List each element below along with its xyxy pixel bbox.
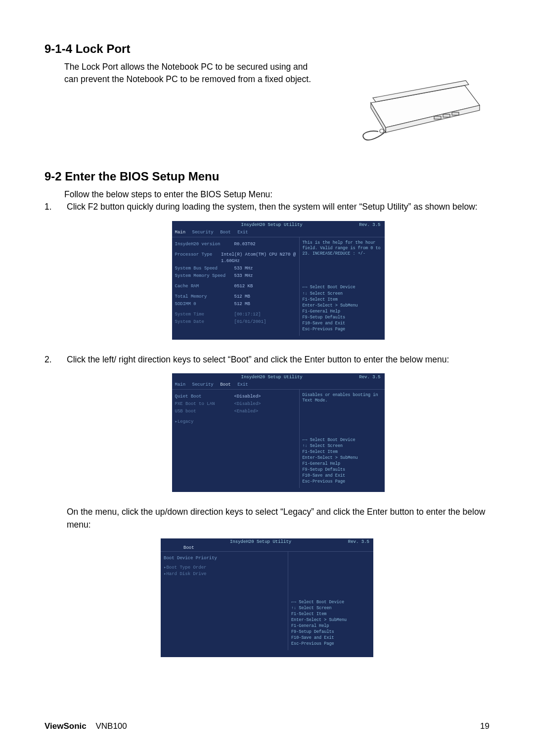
bios-left-panel: InsydeH20 versionR0.03T02 Processor Type… [172,237,299,336]
bios-screenshot-legacy: InsydeH20 Setup Utility Rev. 3.5 Boot Bo… [161,538,373,657]
bios-help-keys: ←→ Select Boot Device ↑↓ Select Screen F… [291,600,370,647]
bios-field-value: <Disabled> [234,394,261,400]
bios-left-panel: Quiet Boot<Disabled> PXE Boot to LAN<Dis… [172,389,299,488]
footer-brand: ViewSonic [44,721,87,731]
bios-field-label: USB boot [175,408,234,415]
bios-help-key: F10-Save and Exit [291,635,370,641]
bios-field-value: 512 MB [234,294,250,300]
bios-tab: Exit [237,230,248,235]
bios-intro: Follow the below steps to enter the BIOS… [44,188,490,201]
step-text: Click the left/ right direction keys to … [67,354,490,366]
bios-screenshot-main: InsydeH20 Setup Utility Rev. 3.5 Main Se… [172,221,385,340]
bios-help-key: ↑↓ Select Screen [291,606,370,611]
bios-tab: Security [192,382,214,387]
bios-screenshot-boot: InsydeH20 Setup Utility Rev. 3.5 Main Se… [172,373,385,492]
document-page: 9-1-4 Lock Port The Lock Port allows the… [0,0,534,756]
bios-rev: Rev. 3.5 [359,222,380,228]
bios-tabs: Main Security Boot Exit [172,228,385,237]
bios-field-value: R0.03T02 [234,241,256,248]
bios-help-key: F1-General Help [291,623,370,629]
bios-field-label: SODIMM 0 [175,301,234,308]
bios-field-label: System Time [175,311,234,318]
lock-port-block: The Lock Port allows the Notebook PC to … [44,61,490,152]
bios-tab: Boot [183,545,194,550]
bios-help-key: ←→ Select Boot Device [303,438,382,443]
bios-help-key: Esc-Previous Page [303,327,382,332]
lock-port-paragraph: The Lock Port allows the Notebook PC to … [44,61,312,86]
bios-rev: Rev. 3.5 [348,539,369,544]
bios-field-value: <Enabled> [234,408,259,415]
bios-help-text: This is the help for the hour field. Val… [303,240,382,257]
svg-rect-2 [452,112,459,115]
bios-field-value: 512 MB [234,301,250,308]
bios-title: InsydeH20 Setup Utility [241,222,303,228]
bios-help-key: Enter-Select > SubMenu [303,455,382,461]
bios-tab: Exit [237,382,248,387]
bios-field-value: 533 MHz [234,266,253,272]
bios-tab: Main [175,230,186,235]
bios-field-value: <Disabled> [234,401,261,407]
bios-field-label: ▸Hard Disk Drive [164,571,223,577]
bios-help-key: ←→ Select Boot Device [291,600,370,605]
footer-model: VNB100 [95,721,127,731]
bios-field-label: Total Memory [175,294,234,300]
legacy-instruction: On the menu, click the up/down direction… [44,506,490,531]
svg-rect-0 [434,116,441,119]
bios-field-label: InsydeH20 version [175,241,234,248]
bios-field-label: System Date [175,319,234,325]
bios-field-label: PXE Boot to LAN [175,401,234,407]
bios-help-panel: ←→ Select Boot Device ↑↓ Select Screen F… [288,551,373,650]
bios-help-key: F1-General Help [303,309,382,314]
bios-help-key: Enter-Select > SubMenu [303,303,382,309]
step-number: 2. [44,354,67,501]
bios-field-value: 0512 KB [234,283,253,290]
step-number: 1. [44,201,67,348]
laptop-lock-illustration [351,58,490,152]
bios-left-panel: Boot Device Priority ▸Boot Type Order ▸H… [161,551,288,650]
bios-field-label: System Bus Speed [175,266,234,272]
bios-field-value: [01/01/2001] [234,319,267,325]
bios-help-key: Esc-Previous Page [291,641,370,647]
bios-title: InsydeH20 Setup Utility [230,539,291,544]
bios-field-label: ▸Boot Type Order [164,565,223,570]
bios-help-key: ↑↓ Select Screen [303,291,382,297]
bios-help-panel: Disables or enables booting in Text Mode… [299,389,385,488]
bios-tabs: Main Security Boot Exit [172,381,385,389]
bios-help-key: F10-Save and Exit [303,473,382,479]
step-item: 2. Click the left/ right direction keys … [44,354,490,501]
svg-point-3 [380,129,384,133]
bios-tab: Security [192,230,214,235]
bios-tab: Boot [220,230,231,235]
bios-help-key: Enter-Select > SubMenu [291,618,370,623]
bios-field-label: System Memory Speed [175,273,234,279]
bios-field-label: Quiet Boot [175,394,234,400]
heading-lock-port: 9-1-4 Lock Port [44,42,490,56]
bios-help-key: F10-Save and Exit [303,321,382,326]
bios-title: InsydeH20 Setup Utility [241,374,303,381]
bios-heading-row: Boot Device Priority [164,556,217,561]
bios-help-key: ↑↓ Select Screen [303,444,382,449]
step-item: 1. Click F2 button quickly during loadin… [44,201,490,348]
bios-help-keys: ←→ Select Boot Device ↑↓ Select Screen F… [303,285,382,332]
bios-rev: Rev. 3.5 [359,374,380,381]
page-number: 19 [480,721,490,731]
bios-help-key: F9-Setup Defaults [303,315,382,320]
bios-help-panel: This is the help for the hour field. Val… [299,237,385,336]
bios-tab: Boot [220,382,231,387]
bios-help-key: Esc-Previous Page [303,479,382,485]
bios-tabs: Boot [161,544,373,551]
bios-help-key: F1-Select Item [303,297,382,303]
bios-help-key: F1-General Help [303,461,382,467]
bios-help-keys: ←→ Select Boot Device ↑↓ Select Screen F… [303,438,382,485]
bios-help-key: F9-Setup Defaults [303,467,382,473]
svg-rect-1 [443,114,450,117]
bios-field-value: 533 MHz [234,273,253,279]
bios-field-value: Intel(R) Atom(TM) CPU N270 @ 1.60GHz [221,252,296,265]
bios-help-key: ←→ Select Boot Device [303,285,382,290]
bios-field-label: Cache RAM [175,283,234,290]
bios-help-key: F1-Select Item [303,449,382,455]
bios-help-key: F1-Select Item [291,612,370,617]
bios-field-label: Processor Type [175,252,222,265]
bios-field-value: [00:17:12] [234,311,261,318]
page-footer: ViewSonic VNB100 19 [44,721,490,731]
